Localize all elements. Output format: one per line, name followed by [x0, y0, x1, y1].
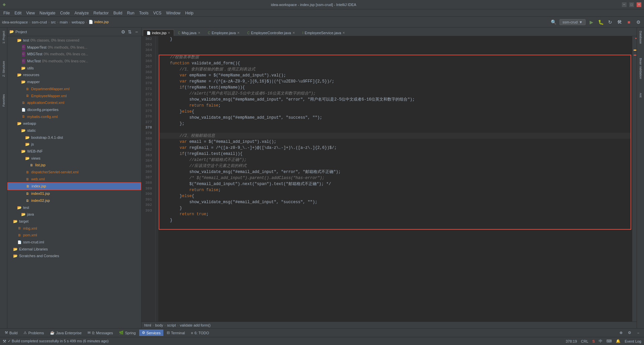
line-separator[interactable]: CRL [581, 339, 588, 343]
bottom-tab-spring[interactable]: 🌿 Spring [116, 330, 139, 336]
editor-tab-msg-java[interactable]: C Msg.java ✕ [174, 30, 204, 36]
menu-item-edit[interactable]: Edit [12, 10, 23, 16]
tree-label: dbconfig.properties [27, 107, 59, 113]
panel-expand-button[interactable]: ⊕ [617, 329, 625, 337]
tree-item-departmentmapper-xml[interactable]: 🗎DepartmentMapper.xml [7, 85, 141, 93]
tree-item-pom-xml[interactable]: 🗎pom.xml [7, 232, 141, 239]
tree-item-test[interactable]: 📂test [7, 204, 141, 211]
menu-item-analyze[interactable]: Analyze [72, 10, 91, 16]
charset-indicator[interactable]: S [592, 339, 595, 343]
tab-close-controller[interactable]: ✕ [292, 31, 295, 35]
tree-item-scratches-and-consoles[interactable]: 📂Scratches and Consoles [7, 252, 141, 260]
tree-item-webapp[interactable]: 📂webapp [7, 120, 141, 127]
tree-item-index02-jsp[interactable]: 🗎index02.jsp [7, 197, 141, 204]
tab-close-index-jsp[interactable]: ✕ [168, 31, 170, 35]
tree-item-test[interactable]: 📂test0% classes, 0% lines covered [7, 37, 141, 44]
tab-close-service[interactable]: ✕ [342, 31, 345, 35]
tree-item-mappertest[interactable]: CMapperTest0% methods, 0% lines... [7, 44, 141, 51]
right-tab-database[interactable]: Database [638, 29, 643, 46]
editor-tab-index-jsp[interactable]: 📄 index.jsp ✕ [143, 30, 174, 36]
tree-item-applicationcontext-xml[interactable]: 🗎applicationContext.xml [7, 99, 141, 106]
run-config-selector[interactable]: ssm-crud ▼ [559, 19, 586, 25]
tree-item-web-xml[interactable]: 🗎web.xml [7, 176, 141, 183]
cursor-position[interactable]: 378:19 [566, 339, 577, 343]
code-line-370: if(!regName.test(empName)){ [160, 84, 631, 91]
stop-button[interactable]: ■ [625, 18, 633, 26]
tree-label: test [23, 205, 29, 211]
tree-item-external-libraries[interactable]: 📂External Libraries [7, 246, 141, 253]
tree-item-dispatcherservlet-servlet-xml[interactable]: 🗎dispatcherServlet-servlet.xml [7, 169, 141, 176]
bottom-tab-java-enterprise[interactable]: ☕ Java Enterprise [47, 330, 84, 336]
tree-item-employeemapper-xml[interactable]: 🗎EmployeeMapper.xml [7, 93, 141, 100]
tree-item-static[interactable]: 📂static [7, 127, 141, 134]
menu-item-build[interactable]: Build [111, 10, 124, 16]
menu-item-tools[interactable]: Tools [137, 10, 151, 16]
tree-item-mybatis-config-xml[interactable]: 🗎mybatis-config.xml [7, 113, 141, 120]
bottom-tab-problems[interactable]: ⚠ Problems [21, 330, 46, 336]
code-editor[interactable]: 3623633643653663673683693703713723733743… [142, 36, 637, 322]
menu-item-view[interactable]: View [24, 10, 37, 16]
bottom-tab-services[interactable]: ⚙ Services [139, 330, 163, 336]
tab-icon-jsp: 📄 [147, 31, 151, 35]
tree-item-mbgtest[interactable]: CMBGTest0% methods, 0% lines co... [7, 51, 141, 58]
tab-close-employee[interactable]: ✕ [237, 31, 240, 35]
panel-settings-button[interactable]: ⚙ [626, 329, 633, 337]
charset-label[interactable]: 中 [599, 339, 602, 344]
left-tab-project[interactable]: 1: Project [1, 29, 6, 46]
tree-item-resources[interactable]: 📂resources [7, 71, 141, 78]
tree-item-target[interactable]: 📂target [7, 218, 141, 225]
tree-item-index01-jsp[interactable]: 🗎index01.jsp [7, 190, 141, 197]
left-tab-favorites[interactable]: Favorites [1, 92, 6, 109]
indent-indicator[interactable]: ⌨ [606, 339, 612, 343]
maximize-button[interactable]: □ [629, 2, 634, 7]
project-close-button[interactable]: − [134, 29, 139, 35]
editor-tab-employee-controller[interactable]: C EmployeeController.java ✕ [244, 30, 299, 36]
menu-item-run[interactable]: Run [125, 10, 137, 16]
bottom-tab-terminal[interactable]: ⊟ Terminal [164, 330, 188, 336]
tree-item-mbg-xml[interactable]: 🗎mbg.xml [7, 225, 141, 232]
tree-item-views[interactable]: 📂views [7, 155, 141, 162]
panel-close-button[interactable]: − [635, 329, 642, 337]
run-button[interactable]: ▶ [588, 18, 595, 26]
tree-item-dbconfig-properties[interactable]: 📄dbconfig.properties [7, 106, 141, 113]
settings-button[interactable]: ⚙ [635, 18, 642, 26]
tab-close-msg-java[interactable]: ✕ [198, 31, 201, 35]
refresh-button[interactable]: ↻ [606, 18, 614, 26]
menu-item-navigate[interactable]: Navigate [38, 10, 57, 16]
bottom-tab-messages[interactable]: ✉ 0: Messages [85, 330, 115, 336]
editor-tab-employee-java[interactable]: C Employee.java ✕ [204, 30, 244, 36]
project-settings-button[interactable]: ⚙ [120, 29, 126, 35]
tree-item-mapper[interactable]: 📂mapper [7, 78, 141, 85]
search-everywhere-button[interactable]: 🔍 [550, 18, 557, 26]
debug-button[interactable]: 🐛 [597, 18, 604, 26]
folder-icon: 📂 [21, 66, 26, 70]
event-log[interactable]: Event Log [625, 339, 641, 343]
menu-item-file[interactable]: File [1, 10, 12, 16]
menu-item-refactor[interactable]: Refactor [92, 10, 111, 16]
build-button[interactable]: 🛠 [616, 18, 623, 26]
right-tab-ant[interactable]: Ant [638, 91, 643, 100]
tree-item-js[interactable]: 📂js [7, 141, 141, 148]
notifications-icon[interactable]: 🔔 [616, 339, 621, 343]
menu-item-help[interactable]: Help [183, 10, 196, 16]
tree-item-bootstrap-3-4-1-dist[interactable]: 📂bootstrap-3.4.1-dist [7, 134, 141, 141]
minimize-button[interactable]: − [622, 2, 627, 7]
menu-item-window[interactable]: Window [164, 10, 182, 16]
tree-item-index-jsp[interactable]: 🗎index.jsp [7, 182, 141, 190]
tree-item-list-jsp[interactable]: 🗎list.jsp [7, 162, 141, 169]
bottom-tab-todo[interactable]: ≡ 6: TODO [188, 330, 212, 336]
tree-item-ssm-crud-iml[interactable]: 📄ssm-crud.iml [7, 239, 141, 246]
tree-item-web-inf[interactable]: 📂WEB-INF [7, 148, 141, 155]
close-button[interactable]: ✕ [637, 2, 641, 7]
tree-item-mvctest[interactable]: CMvcTest0% methods, 0% lines cov... [7, 58, 141, 65]
menu-item-vcs[interactable]: VCS [151, 10, 164, 16]
menu-item-code[interactable]: Code [58, 10, 72, 16]
editor-tab-employee-service[interactable]: I EmployeeService.java ✕ [299, 30, 349, 36]
editor-breadcrumb: html › body › script › validate add form… [142, 322, 637, 328]
left-tab-structure[interactable]: Z: Structure [1, 59, 6, 79]
project-collapse-button[interactable]: ⇅ [127, 29, 132, 35]
tree-item-java[interactable]: 📂java [7, 211, 141, 218]
tree-item-utils[interactable]: 📂utils [7, 65, 141, 72]
right-tab-bean-validation[interactable]: Bean Validation [638, 56, 643, 81]
bottom-tab-build[interactable]: ⚒ Build [2, 330, 20, 336]
